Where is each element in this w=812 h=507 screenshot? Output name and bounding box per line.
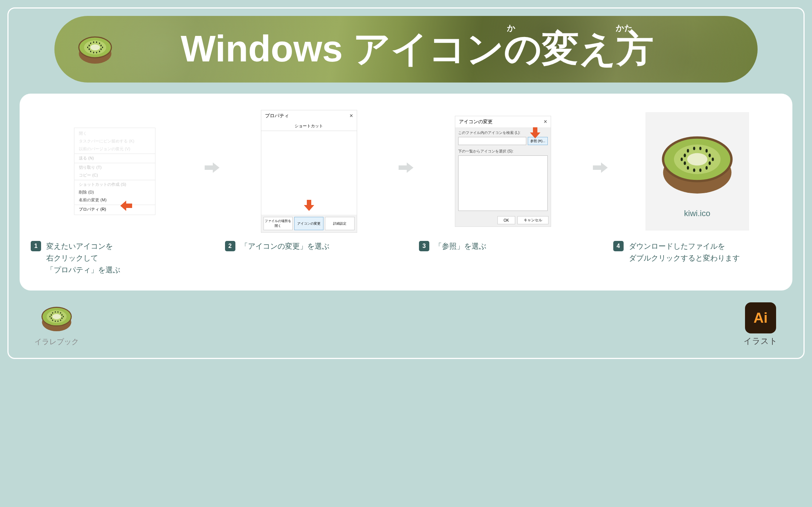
properties-titlebar: プロパティ ×	[261, 110, 357, 121]
kiwi-icon	[77, 31, 114, 68]
step-number: 1	[31, 241, 41, 251]
result-preview: kiwi.ico	[645, 112, 749, 231]
icon-filename: kiwi.ico	[684, 209, 710, 218]
change-icon-body: このファイル内のアイコンを検索 (L): 参照 (R)... 下の一覧からアイコ…	[455, 127, 551, 214]
change-icon-buttons: OK キャンセル	[455, 214, 551, 226]
context-menu: 開く タスクバーにピン留めする (K) 以前のバージョンの復元 (V) 送る (…	[74, 128, 155, 215]
ctx-item[interactable]: 削除 (D)	[74, 188, 155, 196]
change-icon-button[interactable]: アイコンの変更	[294, 217, 323, 230]
close-icon[interactable]: ×	[544, 118, 547, 125]
select-label: 下の一覧からアイコンを選択 (S):	[458, 149, 548, 154]
ctx-item[interactable]: 開く	[74, 130, 155, 137]
illustrator-icon: Ai	[745, 302, 776, 333]
step-number: 2	[225, 241, 235, 251]
icon-list[interactable]	[458, 155, 548, 211]
step-3-visual: アイコンの変更 × このファイル内のアイコンを検索 (L): 参照 (R)...…	[419, 108, 587, 234]
step-text: 「アイコンの変更」を選ぶ	[241, 240, 329, 252]
step-2-caption: 2 「アイコンの変更」を選ぶ	[225, 240, 393, 252]
illustrator-label: イラスト	[744, 336, 778, 347]
flow-arrow-icon	[203, 108, 221, 227]
page-frame: か かた Windows アイコンの変え方 開く タスクバーにピン留めする (K…	[7, 7, 805, 359]
flow-arrow-icon	[397, 108, 415, 227]
ctx-item[interactable]: 切り取り (T)	[74, 163, 155, 171]
icon-path-input[interactable]	[458, 137, 526, 145]
flow-arrow-icon	[591, 108, 610, 227]
ruby-2: かた	[616, 23, 633, 34]
kiwi-icon	[40, 302, 73, 335]
step-4-visual: kiwi.ico	[613, 108, 782, 234]
kiwi-icon	[658, 124, 736, 202]
cancel-button[interactable]: キャンセル	[517, 216, 548, 224]
change-icon-window: アイコンの変更 × このファイル内のアイコンを検索 (L): 参照 (R)...…	[455, 116, 551, 227]
step-3-caption: 3 「参照」を選ぶ	[419, 240, 587, 252]
ctx-item[interactable]: ショットカットの作成 (S)	[74, 180, 155, 188]
ctx-item[interactable]: 以前のバージョンの復元 (V)	[74, 145, 155, 153]
properties-title: プロパティ	[265, 113, 289, 119]
pointer-arrow-icon	[120, 199, 133, 212]
properties-tab[interactable]: ショートカット	[261, 121, 357, 131]
ctx-item-properties[interactable]: プロパティ (R)	[74, 205, 155, 213]
footer-left: イラレブック	[34, 302, 79, 347]
pointer-arrow-icon	[302, 199, 316, 212]
step-text: ダウンロードしたファイルを ダブルクリックすると変わります	[629, 240, 740, 264]
site-name: イラレブック	[34, 337, 79, 347]
step-1: 開く タスクバーにピン留めする (K) 以前のバージョンの復元 (V) 送る (…	[31, 108, 199, 276]
step-4: kiwi.ico 4 ダウンロードしたファイルを ダブルクリックすると変わります	[613, 108, 782, 264]
step-1-visual: 開く タスクバーにピン留めする (K) 以前のバージョンの復元 (V) 送る (…	[31, 108, 199, 234]
step-2-visual: プロパティ × ショートカット ファイルの場所を開く アイコンの変更 詳細設定	[225, 108, 393, 234]
properties-window: プロパティ × ショートカット ファイルの場所を開く アイコンの変更 詳細設定	[261, 110, 357, 233]
ctx-item[interactable]: タスクバーにピン留めする (K)	[74, 137, 155, 145]
change-icon-titlebar: アイコンの変更 ×	[455, 116, 551, 127]
step-number: 3	[419, 241, 429, 251]
footer: イラレブック Ai イラスト	[20, 291, 792, 347]
open-location-button[interactable]: ファイルの場所を開く	[264, 217, 293, 230]
ctx-item[interactable]: コピー (C)	[74, 171, 155, 179]
step-text: 変えたいアイコンを 右クリックして 「プロパティ」を選ぶ	[46, 240, 120, 276]
title-banner: か かた Windows アイコンの変え方	[54, 16, 758, 83]
tutorial-card: 開く タスクバーにピン留めする (K) 以前のバージョンの復元 (V) 送る (…	[20, 94, 792, 291]
step-text: 「参照」を選ぶ	[434, 240, 486, 252]
step-4-caption: 4 ダウンロードしたファイルを ダブルクリックすると変わります	[613, 240, 782, 264]
ok-button[interactable]: OK	[497, 216, 515, 224]
step-1-caption: 1 変えたいアイコンを 右クリックして 「プロパティ」を選ぶ	[31, 240, 199, 276]
pointer-arrow-icon	[529, 127, 542, 140]
footer-right: Ai イラスト	[744, 302, 778, 347]
close-icon[interactable]: ×	[349, 113, 353, 119]
ruby-1: か	[507, 23, 516, 34]
properties-body	[261, 131, 357, 215]
change-icon-title: アイコンの変更	[459, 118, 493, 125]
page-title: か かた Windows アイコンの変え方	[181, 24, 654, 74]
step-number: 4	[613, 241, 624, 251]
step-2: プロパティ × ショートカット ファイルの場所を開く アイコンの変更 詳細設定 …	[225, 108, 393, 252]
ctx-item[interactable]: 名前の変更 (M)	[74, 196, 155, 204]
properties-buttons: ファイルの場所を開く アイコンの変更 詳細設定	[261, 215, 357, 232]
step-3: アイコンの変更 × このファイル内のアイコンを検索 (L): 参照 (R)...…	[419, 108, 587, 252]
ctx-item[interactable]: 送る (N)	[74, 154, 155, 162]
advanced-button[interactable]: 詳細設定	[325, 217, 354, 230]
